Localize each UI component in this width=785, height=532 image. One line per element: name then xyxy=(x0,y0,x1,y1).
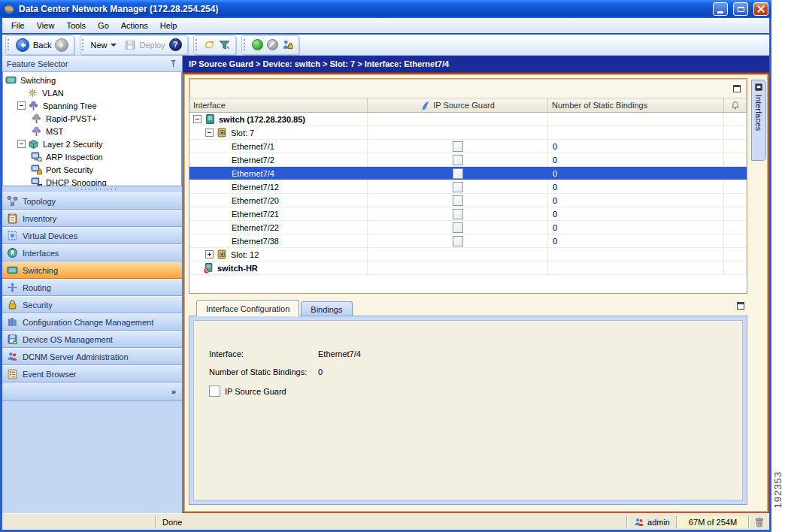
table-row-interface[interactable]: Ethernet7/20 0 xyxy=(189,194,747,207)
menu-file[interactable]: File xyxy=(5,19,31,32)
collapse-icon[interactable] xyxy=(17,140,26,148)
feature-selector-title: Feature Selector xyxy=(7,59,169,68)
nav-item-inventory[interactable]: Inventory xyxy=(2,210,182,227)
users-icon xyxy=(634,517,644,527)
back-button[interactable]: Back xyxy=(33,41,51,50)
menu-go[interactable]: Go xyxy=(92,19,115,32)
table-row-slot[interactable]: Slot: 12 xyxy=(189,248,747,261)
refresh-icon[interactable] xyxy=(204,39,215,50)
tab-interface-configuration[interactable]: Interface Configuration xyxy=(196,300,299,316)
status-user: admin xyxy=(628,517,676,527)
close-button[interactable] xyxy=(753,2,768,16)
collapse-icon[interactable] xyxy=(205,128,214,137)
tab-interfaces-vertical[interactable]: Interfaces xyxy=(751,80,766,161)
menu-help[interactable]: Help xyxy=(154,19,183,32)
help-icon[interactable]: ? xyxy=(169,38,182,51)
app-window: Data Center Network Manager (172.28.254.… xyxy=(0,0,771,532)
table-row-interface[interactable]: Ethernet7/21 0 xyxy=(189,207,747,221)
maximize-panel-icon[interactable] xyxy=(733,85,741,92)
column-header-static-bindings[interactable]: Number of Static Bindings xyxy=(548,98,724,112)
table-row-interface[interactable]: Ethernet7/12 0 xyxy=(189,180,747,194)
rapid-pvst-icon xyxy=(31,113,42,124)
column-header-alerts[interactable] xyxy=(724,98,747,112)
table-row-slot[interactable]: Slot: 7 xyxy=(189,126,747,140)
routing-icon xyxy=(7,282,18,293)
dcnm-admin-icon xyxy=(7,351,18,362)
tree-item-switching[interactable]: Switching xyxy=(3,74,181,86)
menu-tools[interactable]: Tools xyxy=(60,19,92,32)
table-row-device-offline[interactable]: switch-HR xyxy=(189,261,747,275)
table-row-interface-selected[interactable]: Ethernet7/4 0 xyxy=(189,167,747,180)
minimize-button[interactable] xyxy=(713,2,728,16)
expand-icon[interactable] xyxy=(205,250,214,258)
nav-item-event-browser[interactable]: Event Browser xyxy=(2,365,182,382)
chevron-more-icon[interactable]: » xyxy=(171,387,176,396)
menu-actions[interactable]: Actions xyxy=(115,19,154,32)
collapse-icon[interactable] xyxy=(193,115,202,123)
tab-bindings[interactable]: Bindings xyxy=(301,301,352,316)
back-icon[interactable] xyxy=(16,38,29,52)
maximize-button[interactable] xyxy=(733,2,748,16)
ip-source-guard-checkbox[interactable] xyxy=(453,168,463,179)
nav-item-virtual-devices[interactable]: Virtual Devices xyxy=(2,227,182,244)
feature-selector-tree: Switching VLAN Spanning Tree Rapid-PVST+ xyxy=(2,72,182,186)
nav-item-topology[interactable]: Topology xyxy=(2,192,182,210)
ip-source-guard-checkbox[interactable] xyxy=(453,182,463,192)
nav-item-switching[interactable]: Switching xyxy=(2,261,182,279)
collapse-icon[interactable] xyxy=(17,101,26,110)
toolbar-grip[interactable] xyxy=(244,39,247,50)
table-row-interface[interactable]: Ethernet7/1 0 xyxy=(189,140,747,153)
table-row-device[interactable]: switch (172.28.230.85) xyxy=(189,113,747,126)
table-row-interface[interactable]: Ethernet7/2 0 xyxy=(189,153,747,167)
ip-source-guard-checkbox[interactable] xyxy=(453,195,463,206)
tree-item-port-security[interactable]: Port Security xyxy=(3,163,181,176)
tree-item-vlan[interactable]: VLAN xyxy=(3,86,181,99)
nav-item-interfaces[interactable]: Interfaces xyxy=(2,244,182,261)
toolbar-group-nav: Back xyxy=(5,35,74,55)
new-dropdown-icon[interactable] xyxy=(111,44,117,47)
nav-item-dcnm-server-administration[interactable]: DCNM Server Administration xyxy=(2,348,182,365)
ip-source-guard-checkbox[interactable] xyxy=(209,385,220,397)
toolbar-grip[interactable] xyxy=(195,39,199,50)
switch-offline-icon xyxy=(203,262,214,274)
tree-item-spanning-tree[interactable]: Spanning Tree xyxy=(3,99,181,112)
table-row-interface[interactable]: Ethernet7/38 0 xyxy=(189,234,747,248)
tree-item-rapid-pvst[interactable]: Rapid-PVST+ xyxy=(3,112,181,125)
ip-source-guard-checkbox[interactable] xyxy=(453,222,463,233)
ip-source-guard-checkbox[interactable] xyxy=(453,209,463,219)
status-disabled-icon xyxy=(267,39,278,50)
pin-icon[interactable] xyxy=(169,59,177,68)
security-icon xyxy=(7,299,18,310)
breadcrumb: IP Source Guard > Device: switch > Slot:… xyxy=(183,56,769,72)
bindings-field-value: 0 xyxy=(318,367,323,376)
tree-item-dhcp-snooping[interactable]: DHCP Snooping xyxy=(3,176,181,186)
trash-icon[interactable] xyxy=(750,517,769,527)
table-row-interface[interactable]: Ethernet7/22 0 xyxy=(189,221,747,234)
maximize-panel-icon[interactable] xyxy=(737,302,744,310)
ip-source-guard-checkbox[interactable] xyxy=(453,141,463,152)
toolbar-grip[interactable] xyxy=(8,39,11,50)
nav-item-security[interactable]: Security xyxy=(2,296,182,313)
ip-source-guard-checkbox[interactable] xyxy=(453,155,463,165)
nav-item-device-os-management[interactable]: Device OS Management xyxy=(2,331,182,348)
user-lock-icon[interactable] xyxy=(282,39,293,50)
tree-item-layer2-security[interactable]: Layer 2 Security xyxy=(3,138,181,150)
tree-item-mst[interactable]: MST xyxy=(3,125,181,138)
new-button[interactable]: New xyxy=(90,41,107,50)
filter-icon[interactable] xyxy=(219,39,230,50)
ip-source-guard-checkbox[interactable] xyxy=(453,236,463,246)
column-header-ip-source-guard[interactable]: IP Source Guard xyxy=(368,98,548,112)
tree-item-arp-inspection[interactable]: ARP Inspection xyxy=(3,150,181,163)
nav-item-routing[interactable]: Routing xyxy=(2,279,182,296)
window-title: Data Center Network Manager (172.28.254.… xyxy=(19,4,708,14)
menu-view[interactable]: View xyxy=(31,19,61,32)
toolbar-grip[interactable] xyxy=(82,39,85,50)
nav-overflow[interactable]: » xyxy=(2,382,182,401)
nav-item-config-change-management[interactable]: Configuration Change Management xyxy=(2,313,182,331)
port-security-icon xyxy=(31,164,42,175)
event-browser-icon xyxy=(7,368,18,379)
sidebar-splitter[interactable] xyxy=(2,186,182,192)
column-header-interface[interactable]: Interface xyxy=(189,98,368,112)
table-panel-toolbar xyxy=(189,79,747,98)
status-ok-icon[interactable] xyxy=(252,39,263,50)
